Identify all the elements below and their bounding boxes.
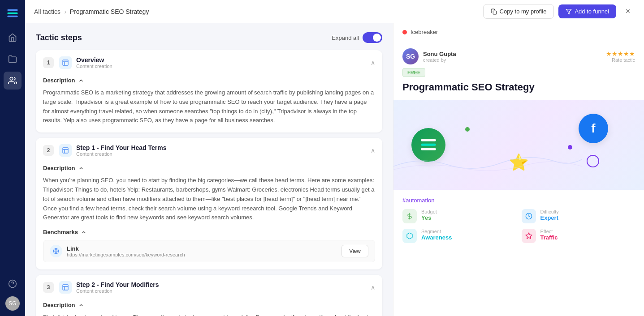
step-1-subtitle: Content creation xyxy=(76,64,371,69)
sidebar-item-home[interactable] xyxy=(4,29,22,47)
illus-ring xyxy=(587,155,599,167)
expand-all-control[interactable]: Expand all xyxy=(332,32,382,43)
meta-difficulty: Difficulty Expert xyxy=(522,209,635,223)
illus-wave xyxy=(393,149,582,176)
sidebar-item-folder[interactable] xyxy=(4,50,22,68)
author-left: SG Sonu Gupta created by xyxy=(402,48,456,64)
benchmark-url: https://marketingexamples.com/seo/keywor… xyxy=(67,252,185,257)
copy-button-label: Copy to my profile xyxy=(500,8,547,15)
author-row: SG Sonu Gupta created by ★★★★★ Rate tact… xyxy=(402,48,635,64)
sidebar: SG xyxy=(0,0,25,316)
step-1-chevron[interactable]: ∧ xyxy=(371,59,375,66)
step-2-description: When you're planning SEO, you need to st… xyxy=(43,176,375,222)
step-3-header[interactable]: 3 Step 2 - Find Your Modifiers Content c… xyxy=(36,275,382,300)
svg-rect-19 xyxy=(421,139,436,141)
step-card-2: 2 Step 1 - Find Your Head Terms Content … xyxy=(36,138,382,269)
benchmark-info: Link https://marketingexamples.com/seo/k… xyxy=(67,245,185,257)
step-2-description-label: Description xyxy=(43,165,375,171)
step-3-subtitle: Content creation xyxy=(76,288,371,294)
meta-segment: Segment Awareness xyxy=(402,229,516,243)
content-split: Tactic steps Expand all 1 Overview Conte… xyxy=(25,23,644,316)
meta-effect: Effect Traffic xyxy=(522,229,635,243)
budget-info: Budget Yes xyxy=(421,209,437,221)
step-1-header[interactable]: 1 Overview Content creation ∧ xyxy=(36,50,382,75)
dot-green xyxy=(465,127,470,132)
panel-header: Tactic steps Expand all xyxy=(36,32,382,43)
free-badge: FREE xyxy=(402,68,425,77)
tactic-title: Programmatic SEO Strategy xyxy=(402,81,635,93)
sidebar-item-help[interactable] xyxy=(4,275,22,293)
breadcrumb: All tactics › Programmatic SEO Strategy xyxy=(34,8,478,15)
difficulty-icon xyxy=(522,209,536,223)
stars: ★★★★★ xyxy=(606,50,635,57)
effect-info: Effect Traffic xyxy=(540,229,558,241)
step-3-description: First, think about your head terms. Thes… xyxy=(43,313,375,316)
breadcrumb-current: Programmatic SEO Strategy xyxy=(70,8,149,15)
svg-rect-0 xyxy=(7,9,17,11)
step-2-benchmarks: Benchmarks Link https://marketingexamp xyxy=(43,229,375,262)
step-card-3: 3 Step 2 - Find Your Modifiers Content c… xyxy=(36,275,382,316)
step-2-info: Step 1 - Find Your Head Terms Content cr… xyxy=(76,144,371,157)
svg-point-3 xyxy=(10,77,13,81)
step-3-number: 3 xyxy=(43,282,54,293)
author-name: Sonu Gupta xyxy=(423,51,456,57)
author-info: Sonu Gupta created by xyxy=(423,51,456,63)
view-benchmark-button[interactable]: View xyxy=(341,245,368,257)
icebreaker-label: Icebreaker xyxy=(411,29,438,35)
copy-to-profile-button[interactable]: Copy to my profile xyxy=(483,4,554,19)
right-panel: Icebreaker SG Sonu Gupta created by ★★★★… xyxy=(393,23,644,316)
svg-rect-2 xyxy=(7,16,17,17)
illus-logo-facebook: f xyxy=(579,114,608,143)
benchmark-row: Link https://marketingexamples.com/seo/k… xyxy=(43,240,375,262)
budget-label: Budget xyxy=(421,209,437,214)
step-1-description: Programmatic SEO is a marketing strategy… xyxy=(43,88,375,125)
tactic-illustration: f ⭐ xyxy=(393,100,644,190)
expand-all-toggle[interactable] xyxy=(363,32,382,43)
svg-rect-1 xyxy=(7,13,17,14)
budget-value: Yes xyxy=(421,214,437,221)
add-to-funnel-button[interactable]: Add to funnel xyxy=(558,4,616,18)
step-2-header[interactable]: 2 Step 1 - Find Your Head Terms Content … xyxy=(36,138,382,163)
svg-rect-20 xyxy=(421,144,436,146)
logo[interactable] xyxy=(4,5,21,21)
step-3-body: Description First, think about your head… xyxy=(36,302,382,316)
main-area: All tactics › Programmatic SEO Strategy … xyxy=(25,0,644,316)
user-avatar[interactable]: SG xyxy=(5,296,20,311)
author-avatar: SG xyxy=(402,48,419,64)
meta-budget: Budget Yes xyxy=(402,209,516,223)
left-panel: Tactic steps Expand all 1 Overview Conte… xyxy=(25,23,393,316)
panel-title: Tactic steps xyxy=(36,33,82,43)
segment-info: Segment Awareness xyxy=(421,229,452,241)
step-1-info: Overview Content creation xyxy=(76,56,371,69)
step-1-body: Description Programmatic SEO is a market… xyxy=(36,77,382,132)
step-2-chevron[interactable]: ∧ xyxy=(371,147,375,154)
step-3-info: Step 2 - Find Your Modifiers Content cre… xyxy=(76,281,371,294)
expand-all-label: Expand all xyxy=(332,34,359,41)
sidebar-item-users[interactable] xyxy=(4,72,22,90)
benchmark-left: Link https://marketingexamples.com/seo/k… xyxy=(50,245,185,257)
benchmarks-label: Benchmarks xyxy=(43,229,375,235)
budget-icon xyxy=(402,209,417,223)
close-button[interactable]: × xyxy=(621,4,635,19)
step-1-icon xyxy=(59,56,72,69)
breadcrumb-separator: › xyxy=(64,8,66,15)
icebreaker-dot xyxy=(402,30,407,34)
step-2-body: Description When you're planning SEO, yo… xyxy=(36,165,382,269)
svg-rect-6 xyxy=(493,11,497,14)
topbar: All tactics › Programmatic SEO Strategy … xyxy=(25,0,644,23)
segment-label: Segment xyxy=(421,229,452,234)
dot-purple xyxy=(568,145,572,149)
segment-icon xyxy=(402,229,417,243)
author-sub: created by xyxy=(423,57,456,63)
step-2-title: Step 1 - Find Your Head Terms xyxy=(76,144,371,151)
step-3-title: Step 2 - Find Your Modifiers xyxy=(76,281,371,288)
step-3-chevron[interactable]: ∧ xyxy=(371,284,375,291)
topbar-actions: Copy to my profile Add to funnel × xyxy=(483,4,635,19)
effect-label: Effect xyxy=(540,229,558,234)
breadcrumb-parent[interactable]: All tactics xyxy=(34,8,61,15)
rating-area[interactable]: ★★★★★ Rate tactic xyxy=(606,50,635,63)
step-3-description-label: Description xyxy=(43,302,375,308)
link-icon xyxy=(50,245,62,257)
effect-icon xyxy=(522,229,536,243)
rate-label: Rate tactic xyxy=(608,57,635,63)
